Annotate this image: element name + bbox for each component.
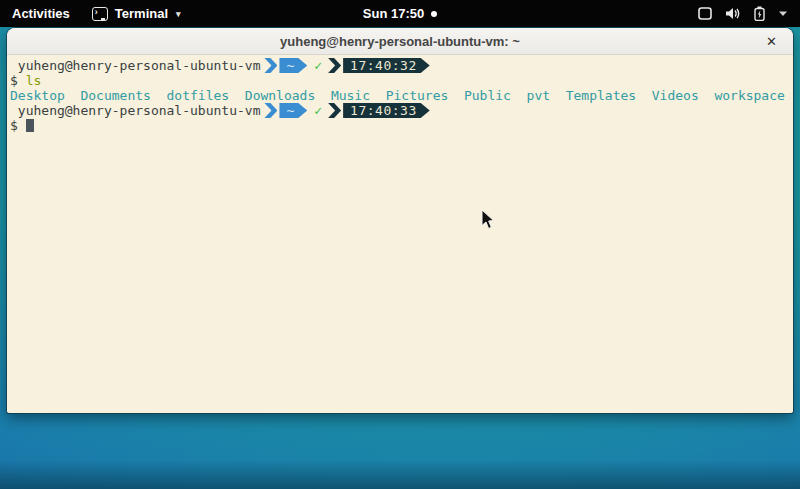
app-menu-label: Terminal <box>115 6 168 21</box>
volume-icon <box>725 7 741 20</box>
prompt-line-1: yuheng@henry-personal-ubuntu-vm ~ ✓ 17:4… <box>10 58 793 73</box>
command-line: $ ls <box>10 73 793 88</box>
chevron-down-icon <box>778 10 788 17</box>
terminal-app-icon: › <box>92 7 108 21</box>
status-check-icon: ✓ <box>314 103 322 118</box>
notification-dot-icon <box>431 11 437 17</box>
typed-command: ls <box>26 73 42 88</box>
powerline-arrow-icon <box>328 103 341 118</box>
window-title: yuheng@henry-personal-ubuntu-vm: ~ <box>280 34 520 49</box>
app-menu-terminal[interactable]: › Terminal ▾ <box>82 0 191 27</box>
terminal-block-cursor <box>26 119 34 132</box>
directory-list: Desktop Documents dotfiles Downloads Mus… <box>10 88 785 103</box>
prompt-user: yuheng@henry-personal-ubuntu-vm <box>10 58 260 73</box>
terminal-window: yuheng@henry-personal-ubuntu-vm: ~ ✕ yuh… <box>7 28 793 413</box>
status-check-icon: ✓ <box>314 58 322 73</box>
clock[interactable]: Sun 17:50 <box>363 6 424 21</box>
desktop: Activities › Terminal ▾ Sun 17:50 <box>0 0 800 489</box>
system-status-area[interactable] <box>698 0 800 27</box>
prompt-time-segment: 17:40:32 <box>343 58 430 73</box>
prompt-dollar: $ <box>10 118 26 133</box>
prompt-line-3: $ <box>10 118 793 133</box>
prompt-user: yuheng@henry-personal-ubuntu-vm <box>10 103 260 118</box>
window-titlebar[interactable]: yuheng@henry-personal-ubuntu-vm: ~ ✕ <box>7 28 793 55</box>
powerline-arrow-icon <box>264 58 277 73</box>
ls-output-line: Desktop Documents dotfiles Downloads Mus… <box>10 88 793 103</box>
powerline-arrow-icon <box>328 58 341 73</box>
screen-icon <box>698 7 712 20</box>
terminal-content[interactable]: yuheng@henry-personal-ubuntu-vm ~ ✓ 17:4… <box>7 55 793 412</box>
activities-button[interactable]: Activities <box>0 0 82 27</box>
prompt-dollar: $ <box>10 73 26 88</box>
prompt-path-segment: ~ <box>279 58 307 73</box>
powerline-arrow-icon <box>264 103 277 118</box>
prompt-line-2: yuheng@henry-personal-ubuntu-vm ~ ✓ 17:4… <box>10 103 793 118</box>
chevron-down-icon: ▾ <box>176 9 181 19</box>
top-bar: Activities › Terminal ▾ Sun 17:50 <box>0 0 800 27</box>
battery-charging-icon <box>754 6 765 21</box>
close-icon[interactable]: ✕ <box>762 32 781 51</box>
prompt-time-segment: 17:40:33 <box>343 103 430 118</box>
prompt-path-segment: ~ <box>279 103 307 118</box>
